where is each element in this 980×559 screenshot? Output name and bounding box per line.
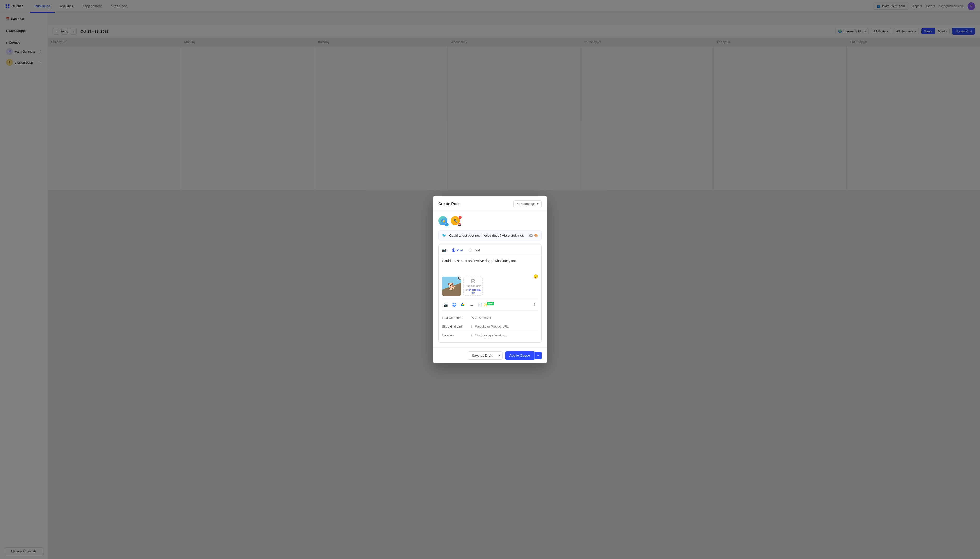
twitter-text-input[interactable]	[449, 233, 527, 237]
tool-row: 📷 ☁ 📄 ✨ New #	[442, 299, 538, 311]
instagram-text-area-wrapper: Could a test post not involve dogs? Abso…	[442, 259, 538, 274]
media-thumb-1: ✕	[442, 277, 461, 296]
instagram-badge: 📷	[458, 223, 461, 227]
twitter-gif-button[interactable]: 🎨	[534, 233, 538, 237]
add-queue-button-group: Add to Queue ▾	[505, 351, 542, 360]
instagram-section: 📷 Post Reel Could a test	[438, 244, 542, 342]
location-input[interactable]	[475, 334, 538, 337]
hashtag-button[interactable]: #	[531, 301, 538, 308]
campaign-chevron-icon: ▾	[537, 202, 539, 206]
add-queue-dropdown-button[interactable]: ▾	[534, 352, 542, 359]
save-draft-main-button[interactable]: Save as Draft	[468, 352, 496, 359]
location-row: Location ℹ	[442, 331, 538, 339]
instagram-body: Could a test post not involve dogs? Abso…	[439, 256, 541, 342]
instagram-header: 📷 Post Reel	[439, 244, 541, 256]
accounts-row: 🎭 𝕏 🐾 📷 !	[438, 216, 542, 227]
dog-image	[442, 277, 461, 296]
twitter-badge: 𝕏	[445, 223, 449, 227]
campaign-placeholder: No Campaign	[517, 202, 536, 206]
modal-title: Create Post	[438, 202, 459, 206]
post-tab[interactable]: Post	[449, 247, 466, 253]
reel-radio	[469, 248, 472, 252]
modal-header: Create Post No Campaign ▾	[433, 195, 547, 212]
shop-grid-link-row: Shop Grid Link ℹ	[442, 322, 538, 331]
googledrive-tool-button[interactable]	[459, 301, 466, 308]
create-post-modal: Create Post No Campaign ▾ 🎭 𝕏 🐾	[433, 195, 547, 364]
twitter-icon: 🐦	[442, 233, 447, 238]
post-type-tabs: Post Reel	[449, 247, 483, 253]
twitter-image-button[interactable]: 🖼	[529, 233, 532, 237]
modal-overlay[interactable]: Create Post No Campaign ▾ 🎭 𝕏 🐾	[0, 0, 980, 559]
twitter-input-row: 🐦 🖼 🎨	[438, 230, 542, 240]
dropbox-tool-button[interactable]	[451, 301, 458, 308]
drag-drop-text: Drag and drop	[464, 284, 481, 288]
instagram-text-input[interactable]: Could a test post not involve dogs? Abso…	[442, 259, 538, 273]
first-comment-label: First Comment	[442, 316, 468, 319]
instagram-account-icon[interactable]: 🐾 📷 !	[451, 216, 461, 227]
emoji-button[interactable]: 🙂	[533, 274, 538, 279]
location-info-icon[interactable]: ℹ	[471, 333, 472, 337]
magic-tool-button[interactable]: ✨ New	[485, 301, 492, 308]
shop-grid-info-icon[interactable]: ℹ	[471, 324, 472, 328]
first-comment-input[interactable]	[471, 316, 538, 319]
save-draft-dropdown-button[interactable]: ▾	[496, 352, 502, 359]
new-badge: New	[487, 302, 494, 305]
campaign-select[interactable]: No Campaign ▾	[514, 200, 542, 207]
reel-tab[interactable]: Reel	[466, 247, 483, 253]
twitter-account-icon[interactable]: 🎭 𝕏	[438, 216, 449, 227]
upload-icon: 🖼	[471, 279, 475, 284]
location-label: Location	[442, 334, 468, 337]
instagram-icon: 📷	[442, 248, 447, 253]
notification-badge: !	[458, 216, 462, 219]
cloud-tool-button[interactable]: ☁	[468, 301, 475, 308]
post-radio	[452, 248, 455, 252]
media-row: ✕ 🖼 Drag and drop or or select a file	[442, 277, 533, 296]
file-tool-button[interactable]: 📄	[476, 301, 484, 308]
upload-link[interactable]: or or select a file	[464, 288, 482, 294]
modal-footer: Save as Draft ▾ Add to Queue ▾	[433, 347, 547, 364]
twitter-section: 🐦 🖼 🎨	[438, 230, 542, 240]
save-draft-button-group: Save as Draft ▾	[468, 351, 503, 360]
upload-box[interactable]: 🖼 Drag and drop or or select a file	[463, 277, 483, 296]
modal-body: 🎭 𝕏 🐾 📷 ! 🐦 🖼	[433, 212, 547, 347]
twitter-actions: 🖼 🎨	[529, 233, 538, 237]
add-queue-main-button[interactable]: Add to Queue	[505, 351, 534, 360]
shop-grid-link-input[interactable]	[475, 325, 538, 328]
first-comment-row: First Comment	[442, 313, 538, 322]
shop-grid-link-label: Shop Grid Link	[442, 325, 468, 328]
camera-tool-button[interactable]: 📷	[442, 301, 449, 308]
